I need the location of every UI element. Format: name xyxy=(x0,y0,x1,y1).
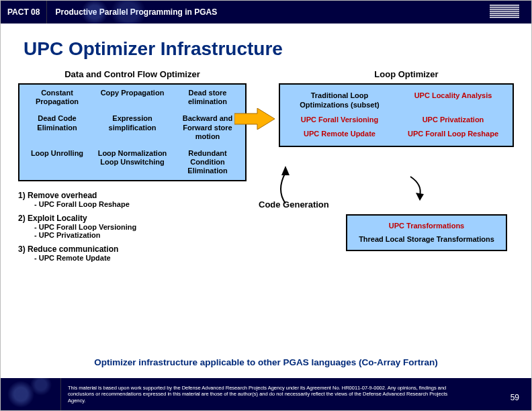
svg-rect-1 xyxy=(490,7,519,8)
svg-marker-8 xyxy=(281,166,290,175)
codegen-line: UPC Transformations xyxy=(354,221,499,230)
svg-rect-4 xyxy=(490,13,519,14)
arrow-down-right-icon xyxy=(406,175,427,202)
header-title: Productive Parallel Programming in PGAS xyxy=(47,7,225,17)
dataflow-cell: Loop Unrolling xyxy=(19,145,95,180)
slide-title: UPC Optimizer Infrastructure xyxy=(24,38,531,60)
dataflow-cell: Redundant Condition Elimination xyxy=(170,145,245,180)
header-tag: PACT 08 xyxy=(1,1,47,24)
dataflow-heading: Data and Control Flow Optimizer xyxy=(18,69,247,79)
loop-cell: Traditional Loop Optimizations (subset) xyxy=(290,91,390,110)
arrow-curve-up-icon xyxy=(272,163,299,203)
footer-bar: This material is based upon work support… xyxy=(1,378,531,410)
loop-cell: UPC Locality Analysis xyxy=(403,91,503,110)
dataflow-box: Constant Propagation Copy Propagation De… xyxy=(18,83,247,181)
dataflow-cell: Expression simplification xyxy=(95,110,170,145)
svg-marker-7 xyxy=(234,108,275,130)
svg-rect-5 xyxy=(490,15,519,16)
loop-cell: UPC Forall Loop Reshape xyxy=(403,130,503,139)
svg-marker-9 xyxy=(416,193,424,201)
loop-cell: UPC Privatization xyxy=(403,116,503,125)
step-heading: 3) Reduce communication xyxy=(18,244,247,254)
codegen-line: Thread Local Storage Transformations xyxy=(354,234,499,244)
dataflow-cell: Dead Code Elimination xyxy=(19,110,95,145)
ibm-logo-icon xyxy=(490,5,519,20)
svg-rect-6 xyxy=(490,17,519,18)
dataflow-cell: Constant Propagation xyxy=(19,85,95,110)
footer-disclaimer: This material is based upon work support… xyxy=(61,382,464,406)
step-sub: - UPC Forall Loop Versioning xyxy=(34,223,247,231)
step-heading: 1) Remove overhead xyxy=(18,191,247,200)
dataflow-cell: Copy Propagation xyxy=(95,85,170,110)
bottom-note: Optimizer infrastructure applicable to o… xyxy=(1,357,531,367)
dataflow-cell: Dead store elimination xyxy=(170,85,245,110)
svg-rect-2 xyxy=(490,9,519,10)
step-sub: - UPC Forall Loop Reshape xyxy=(34,200,247,208)
step-heading: 2) Exploit Locality xyxy=(18,214,247,223)
steps-list: 1) Remove overhead - UPC Forall Loop Res… xyxy=(18,191,247,262)
footer-decoration xyxy=(1,378,61,410)
svg-rect-3 xyxy=(490,11,519,12)
codegen-label: Code Generation xyxy=(259,199,329,210)
loop-cell: UPC Forall Versioning xyxy=(290,116,390,125)
loop-box: Traditional Loop Optimizations (subset) … xyxy=(279,83,514,147)
svg-rect-0 xyxy=(490,5,519,6)
codegen-box: UPC Transformations Thread Local Storage… xyxy=(346,214,507,251)
page-number: 59 xyxy=(511,393,519,402)
loop-cell: UPC Remote Update xyxy=(290,130,390,139)
step-sub: - UPC Privatization xyxy=(34,231,247,239)
header-bar: PACT 08 Productive Parallel Programming … xyxy=(1,1,531,24)
loop-heading: Loop Optimizer xyxy=(299,69,514,79)
arrow-right-icon xyxy=(234,108,275,130)
step-sub: - UPC Remote Update xyxy=(34,254,247,262)
dataflow-cell: Loop Normalization Loop Unswitching xyxy=(95,145,170,180)
